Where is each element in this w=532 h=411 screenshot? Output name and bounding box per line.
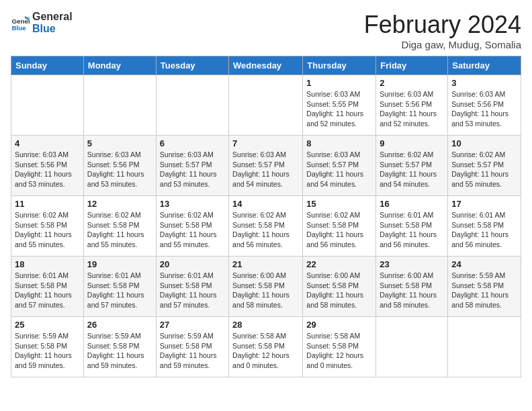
- day-cell: 6Sunrise: 6:03 AM Sunset: 5:57 PM Daylig…: [156, 136, 228, 196]
- day-number: 8: [306, 138, 372, 148]
- day-cell: 21Sunrise: 6:00 AM Sunset: 5:58 PM Dayli…: [229, 257, 303, 317]
- page-header: General Blue General Blue February 2024 …: [11, 11, 521, 50]
- day-info: Sunrise: 6:01 AM Sunset: 5:58 PM Dayligh…: [451, 210, 517, 250]
- day-info: Sunrise: 6:01 AM Sunset: 5:58 PM Dayligh…: [87, 271, 152, 310]
- day-info: Sunrise: 6:03 AM Sunset: 5:57 PM Dayligh…: [160, 150, 225, 189]
- day-info: Sunrise: 5:59 AM Sunset: 5:58 PM Dayligh…: [451, 271, 517, 310]
- day-cell: 4Sunrise: 6:03 AM Sunset: 5:56 PM Daylig…: [11, 136, 84, 196]
- week-row-1: 1Sunrise: 6:03 AM Sunset: 5:55 PM Daylig…: [11, 75, 521, 136]
- day-number: 7: [232, 138, 299, 148]
- day-number: 25: [15, 320, 80, 330]
- day-number: 15: [306, 199, 372, 209]
- day-cell: 7Sunrise: 6:03 AM Sunset: 5:57 PM Daylig…: [229, 136, 303, 196]
- day-cell: 16Sunrise: 6:01 AM Sunset: 5:58 PM Dayli…: [376, 196, 448, 257]
- day-cell: [11, 75, 84, 136]
- day-info: Sunrise: 6:01 AM Sunset: 5:58 PM Dayligh…: [160, 271, 225, 310]
- day-number: 3: [451, 78, 517, 88]
- day-number: 24: [451, 259, 517, 269]
- day-info: Sunrise: 6:03 AM Sunset: 5:56 PM Dayligh…: [15, 150, 80, 189]
- day-cell: [448, 317, 521, 377]
- day-info: Sunrise: 6:02 AM Sunset: 5:57 PM Dayligh…: [451, 150, 517, 189]
- day-number: 4: [15, 138, 80, 148]
- day-info: Sunrise: 6:03 AM Sunset: 5:55 PM Dayligh…: [306, 89, 372, 129]
- day-cell: 3Sunrise: 6:03 AM Sunset: 5:56 PM Daylig…: [448, 75, 521, 136]
- day-number: 6: [160, 138, 225, 148]
- day-cell: [376, 317, 448, 377]
- col-header-friday: Friday: [376, 56, 448, 75]
- day-number: 27: [160, 320, 225, 330]
- day-number: 5: [87, 138, 152, 148]
- day-info: Sunrise: 6:02 AM Sunset: 5:58 PM Dayligh…: [232, 210, 299, 250]
- day-cell: 19Sunrise: 6:01 AM Sunset: 5:58 PM Dayli…: [83, 257, 156, 317]
- calendar-table: SundayMondayTuesdayWednesdayThursdayFrid…: [11, 56, 521, 377]
- day-number: 21: [232, 259, 299, 269]
- day-number: 29: [306, 320, 372, 330]
- day-number: 26: [87, 320, 152, 330]
- day-cell: 5Sunrise: 6:03 AM Sunset: 5:56 PM Daylig…: [83, 136, 156, 196]
- day-number: 10: [451, 138, 517, 148]
- day-number: 9: [380, 138, 444, 148]
- day-info: Sunrise: 6:03 AM Sunset: 5:56 PM Dayligh…: [87, 150, 152, 189]
- day-cell: 8Sunrise: 6:03 AM Sunset: 5:57 PM Daylig…: [303, 136, 376, 196]
- week-row-4: 18Sunrise: 6:01 AM Sunset: 5:58 PM Dayli…: [11, 257, 521, 317]
- day-number: 1: [306, 78, 372, 88]
- day-info: Sunrise: 6:03 AM Sunset: 5:57 PM Dayligh…: [306, 150, 372, 189]
- day-info: Sunrise: 6:03 AM Sunset: 5:56 PM Dayligh…: [451, 89, 517, 129]
- col-header-saturday: Saturday: [448, 56, 521, 75]
- day-cell: 28Sunrise: 5:58 AM Sunset: 5:58 PM Dayli…: [229, 317, 303, 377]
- logo-blue: Blue: [32, 23, 73, 35]
- day-number: 22: [306, 259, 372, 269]
- logo-general: General: [32, 11, 73, 23]
- day-cell: 22Sunrise: 6:00 AM Sunset: 5:58 PM Dayli…: [303, 257, 376, 317]
- day-cell: 24Sunrise: 5:59 AM Sunset: 5:58 PM Dayli…: [448, 257, 521, 317]
- day-number: 14: [232, 199, 299, 209]
- day-info: Sunrise: 6:00 AM Sunset: 5:58 PM Dayligh…: [306, 271, 372, 310]
- day-cell: 27Sunrise: 5:59 AM Sunset: 5:58 PM Dayli…: [156, 317, 228, 377]
- week-row-2: 4Sunrise: 6:03 AM Sunset: 5:56 PM Daylig…: [11, 136, 521, 196]
- day-cell: 29Sunrise: 5:58 AM Sunset: 5:58 PM Dayli…: [303, 317, 376, 377]
- day-cell: 17Sunrise: 6:01 AM Sunset: 5:58 PM Dayli…: [448, 196, 521, 257]
- day-cell: 12Sunrise: 6:02 AM Sunset: 5:58 PM Dayli…: [83, 196, 156, 257]
- day-info: Sunrise: 5:58 AM Sunset: 5:58 PM Dayligh…: [306, 331, 372, 371]
- day-info: Sunrise: 5:59 AM Sunset: 5:58 PM Dayligh…: [160, 331, 225, 371]
- week-row-3: 11Sunrise: 6:02 AM Sunset: 5:58 PM Dayli…: [11, 196, 521, 257]
- header-row: SundayMondayTuesdayWednesdayThursdayFrid…: [11, 56, 521, 75]
- day-number: 16: [380, 199, 444, 209]
- day-cell: 1Sunrise: 6:03 AM Sunset: 5:55 PM Daylig…: [303, 75, 376, 136]
- day-cell: 11Sunrise: 6:02 AM Sunset: 5:58 PM Dayli…: [11, 196, 84, 257]
- day-number: 19: [87, 259, 152, 269]
- day-number: 11: [15, 199, 80, 209]
- day-number: 12: [87, 199, 152, 209]
- day-cell: [83, 75, 156, 136]
- day-info: Sunrise: 6:02 AM Sunset: 5:58 PM Dayligh…: [306, 210, 372, 250]
- day-number: 2: [380, 78, 444, 88]
- day-info: Sunrise: 6:00 AM Sunset: 5:58 PM Dayligh…: [232, 271, 299, 310]
- day-cell: [156, 75, 228, 136]
- day-cell: 18Sunrise: 6:01 AM Sunset: 5:58 PM Dayli…: [11, 257, 84, 317]
- day-number: 17: [451, 199, 517, 209]
- svg-text:Blue: Blue: [11, 24, 26, 31]
- day-cell: 10Sunrise: 6:02 AM Sunset: 5:57 PM Dayli…: [448, 136, 521, 196]
- day-cell: 26Sunrise: 5:59 AM Sunset: 5:58 PM Dayli…: [83, 317, 156, 377]
- title-block: February 2024 Diga gaw, Mudug, Somalia: [364, 11, 521, 50]
- location: Diga gaw, Mudug, Somalia: [364, 39, 521, 50]
- day-cell: 15Sunrise: 6:02 AM Sunset: 5:58 PM Dayli…: [303, 196, 376, 257]
- day-info: Sunrise: 6:03 AM Sunset: 5:57 PM Dayligh…: [232, 150, 299, 189]
- week-row-5: 25Sunrise: 5:59 AM Sunset: 5:58 PM Dayli…: [11, 317, 521, 377]
- col-header-wednesday: Wednesday: [229, 56, 303, 75]
- col-header-sunday: Sunday: [11, 56, 84, 75]
- day-cell: 25Sunrise: 5:59 AM Sunset: 5:58 PM Dayli…: [11, 317, 84, 377]
- logo-icon: General Blue: [11, 13, 30, 32]
- day-cell: 20Sunrise: 6:01 AM Sunset: 5:58 PM Dayli…: [156, 257, 228, 317]
- day-cell: 14Sunrise: 6:02 AM Sunset: 5:58 PM Dayli…: [229, 196, 303, 257]
- day-info: Sunrise: 6:01 AM Sunset: 5:58 PM Dayligh…: [380, 210, 444, 250]
- day-info: Sunrise: 6:02 AM Sunset: 5:58 PM Dayligh…: [160, 210, 225, 250]
- day-number: 13: [160, 199, 225, 209]
- col-header-tuesday: Tuesday: [156, 56, 228, 75]
- col-header-thursday: Thursday: [303, 56, 376, 75]
- day-info: Sunrise: 6:02 AM Sunset: 5:58 PM Dayligh…: [15, 210, 80, 250]
- day-number: 23: [380, 259, 444, 269]
- day-info: Sunrise: 5:59 AM Sunset: 5:58 PM Dayligh…: [15, 331, 80, 371]
- day-info: Sunrise: 6:00 AM Sunset: 5:58 PM Dayligh…: [380, 271, 444, 310]
- day-number: 20: [160, 259, 225, 269]
